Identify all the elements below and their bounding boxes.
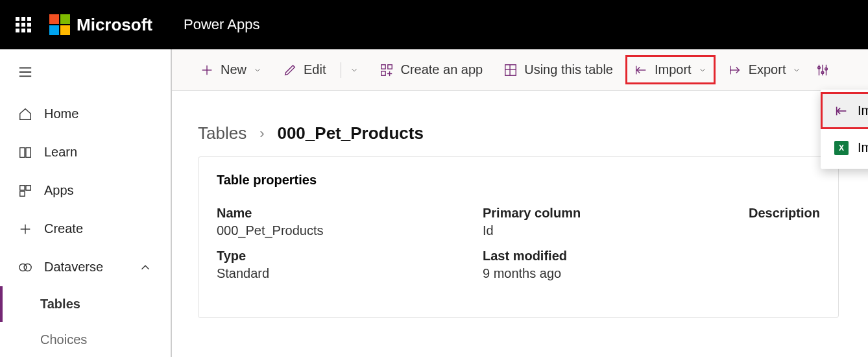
import-excel-menuitem[interactable]: X Import data from Excel <box>821 129 868 166</box>
export-button[interactable]: Export <box>719 55 810 84</box>
grid-plus-icon <box>380 63 394 77</box>
import-icon <box>634 63 648 77</box>
home-icon <box>18 107 32 121</box>
menuitem-label: Import data from Excel <box>858 140 868 155</box>
excel-icon: X <box>834 141 849 155</box>
sidebar-item-learn[interactable]: Learn <box>0 133 171 171</box>
sidebar-item-label: Home <box>44 106 78 121</box>
settings-button[interactable] <box>814 56 832 84</box>
apps-icon <box>18 184 32 198</box>
sidebar-item-label: Tables <box>40 297 80 311</box>
breadcrumb-parent[interactable]: Tables <box>198 123 247 143</box>
chevron-down-icon <box>698 66 707 75</box>
menuitem-label: Import data <box>858 103 868 118</box>
button-label: Create an app <box>400 62 483 77</box>
import-data-menuitem[interactable]: Import data <box>821 92 868 129</box>
content-area: New Edit Create an app Using this table <box>172 49 868 357</box>
plus-icon <box>200 63 214 77</box>
sidebar-item-label: Create <box>44 221 83 236</box>
breadcrumb-current: 000_Pet_Products <box>277 123 423 143</box>
sidebar-item-label: Apps <box>44 183 74 198</box>
lastmod-value: 9 months ago <box>483 266 749 281</box>
import-dropdown: Import data X Import data from Excel <box>821 90 868 169</box>
company-name: Microsoft <box>77 15 152 35</box>
button-label: Export <box>749 62 786 77</box>
book-icon <box>18 145 32 160</box>
name-value: 000_Pet_Products <box>217 223 483 238</box>
button-label: Import <box>655 62 692 77</box>
lastmod-label: Last modified <box>483 249 749 264</box>
app-name: Power Apps <box>184 16 259 33</box>
sidebar: Home Learn Apps Create Dataverse Tables … <box>0 49 172 357</box>
svg-rect-3 <box>20 185 25 190</box>
divider <box>341 62 341 78</box>
global-header: Microsoft Power Apps <box>0 0 868 49</box>
button-label: Using this table <box>524 62 613 77</box>
plus-icon <box>18 222 32 236</box>
microsoft-logo-icon <box>49 14 70 35</box>
dataverse-icon <box>18 260 32 275</box>
primary-value: Id <box>483 223 749 238</box>
chevron-right-icon: › <box>259 125 264 142</box>
sliders-icon <box>815 63 830 77</box>
name-label: Name <box>217 206 483 221</box>
svg-point-9 <box>24 264 31 271</box>
table-properties-panel: Table properties Name 000_Pet_Products T… <box>198 156 839 318</box>
primary-label: Primary column <box>483 206 749 221</box>
hamburger-button[interactable] <box>0 55 171 95</box>
svg-rect-14 <box>381 71 385 75</box>
sidebar-item-label: Dataverse <box>44 260 103 275</box>
panel-title: Table properties <box>217 173 820 188</box>
edit-button[interactable]: Edit <box>274 55 334 84</box>
sidebar-subitem-choices[interactable]: Choices <box>0 322 171 357</box>
pencil-icon <box>283 63 297 77</box>
svg-rect-13 <box>388 64 392 68</box>
import-button[interactable]: Import <box>625 55 716 84</box>
description-label: Description <box>749 206 820 221</box>
breadcrumb: Tables › 000_Pet_Products <box>172 91 868 156</box>
sidebar-item-label: Learn <box>44 145 77 160</box>
button-label: Edit <box>304 62 326 77</box>
chevron-down-icon <box>253 66 262 75</box>
using-table-button[interactable]: Using this table <box>495 55 621 84</box>
microsoft-logo: Microsoft <box>49 14 152 35</box>
command-bar: New Edit Create an app Using this table <box>172 49 868 91</box>
sidebar-item-label: Choices <box>40 332 87 347</box>
app-launcher-icon[interactable] <box>16 17 31 32</box>
import-icon <box>834 104 849 118</box>
export-icon <box>728 63 742 77</box>
button-label: New <box>221 62 247 77</box>
chevron-up-icon <box>138 260 152 275</box>
svg-rect-17 <box>505 64 516 75</box>
sidebar-item-create[interactable]: Create <box>0 210 171 248</box>
chevron-down-icon <box>792 66 801 75</box>
type-value: Standard <box>217 266 483 281</box>
svg-rect-12 <box>381 64 385 68</box>
new-button[interactable]: New <box>191 55 271 84</box>
sidebar-item-home[interactable]: Home <box>0 95 171 133</box>
edit-split-button[interactable] <box>348 58 367 82</box>
create-app-button[interactable]: Create an app <box>371 55 491 84</box>
sidebar-subitem-tables[interactable]: Tables <box>0 286 171 322</box>
type-label: Type <box>217 249 483 264</box>
table-icon <box>503 63 518 77</box>
sidebar-item-dataverse[interactable]: Dataverse <box>0 248 171 286</box>
chevron-down-icon <box>350 66 359 75</box>
svg-rect-5 <box>20 191 25 195</box>
svg-rect-4 <box>26 185 30 190</box>
sidebar-item-apps[interactable]: Apps <box>0 171 171 210</box>
